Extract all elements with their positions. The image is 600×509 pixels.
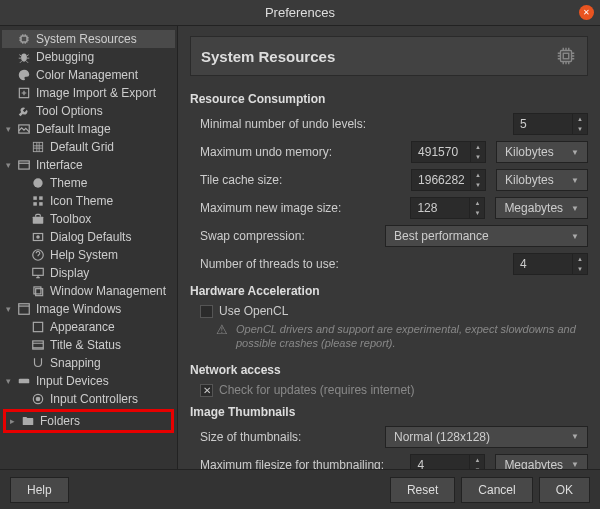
newimg-label: Maximum new image size:	[190, 201, 410, 215]
thumb-size-label: Size of thumbnails:	[190, 430, 385, 444]
tile-label: Tile cache size:	[190, 173, 411, 187]
sidebar-item-display[interactable]: Display	[2, 264, 175, 282]
sidebar-item-interface[interactable]: ▾Interface	[2, 156, 175, 174]
chevron-down-icon: ▼	[571, 232, 579, 241]
section-hw: Hardware Acceleration	[190, 284, 588, 298]
ok-button[interactable]: OK	[539, 477, 590, 503]
sidebar-item-dialog-defaults[interactable]: Dialog Defaults	[2, 228, 175, 246]
svg-point-1	[21, 54, 27, 62]
help-button[interactable]: Help	[10, 477, 69, 503]
snap-icon	[30, 356, 46, 370]
thumb-max-unit-combo[interactable]: Megabytes▼	[495, 454, 588, 469]
sidebar-item-label: Color Management	[36, 68, 138, 82]
sidebar-item-image-windows[interactable]: ▾Image Windows	[2, 300, 175, 318]
import-icon	[16, 86, 32, 100]
updates-checkbox[interactable]: ✕	[200, 384, 213, 397]
collapse-icon[interactable]: ▾	[6, 124, 16, 134]
collapse-icon[interactable]: ▾	[6, 160, 16, 170]
tool-icon	[16, 104, 32, 118]
titlebar: Preferences ✕	[0, 0, 600, 26]
sidebar-item-tool-options[interactable]: Tool Options	[2, 102, 175, 120]
svg-rect-7	[33, 196, 37, 200]
tile-unit-combo[interactable]: Kilobytes▼	[496, 169, 588, 191]
cpu-icon	[16, 32, 32, 46]
sidebar-item-label: Default Image	[36, 122, 111, 136]
sidebar-item-help-system[interactable]: Help System	[2, 246, 175, 264]
sidebar-item-window-management[interactable]: Window Management	[2, 282, 175, 300]
sidebar-item-theme[interactable]: Theme	[2, 174, 175, 192]
opencl-checkbox[interactable]	[200, 305, 213, 318]
newimg-spinner[interactable]: ▲▼	[410, 197, 485, 219]
sidebar-item-appearance[interactable]: Appearance	[2, 318, 175, 336]
toolbox-icon	[30, 212, 46, 226]
cancel-button[interactable]: Cancel	[461, 477, 532, 503]
folder-icon	[20, 414, 36, 428]
svg-rect-5	[19, 161, 30, 169]
threads-spinner[interactable]: ▲▼	[513, 253, 588, 275]
sidebar-item-folders[interactable]: ▸Folders	[6, 412, 171, 430]
sidebar-item-label: Display	[50, 266, 89, 280]
thumb-size-combo[interactable]: Normal (128x128)▼	[385, 426, 588, 448]
sidebar-item-label: Snapping	[50, 356, 101, 370]
sidebar-item-label: System Resources	[36, 32, 137, 46]
opencl-note: OpenCL drivers and support are experimen…	[236, 322, 588, 351]
content-header: System Resources	[190, 36, 588, 76]
svg-point-23	[36, 397, 40, 401]
chevron-down-icon: ▼	[571, 460, 579, 469]
collapse-icon[interactable]: ▾	[6, 304, 16, 314]
sidebar-item-input-devices[interactable]: ▾Input Devices	[2, 372, 175, 390]
svg-point-13	[37, 236, 39, 238]
dialog-icon	[30, 230, 46, 244]
expand-icon[interactable]: ▸	[10, 416, 20, 426]
sidebar-item-system-resources[interactable]: System Resources	[2, 30, 175, 48]
undo-mem-unit-combo[interactable]: Kilobytes▼	[496, 141, 588, 163]
svg-rect-17	[36, 289, 43, 296]
sidebar-item-default-grid[interactable]: Default Grid	[2, 138, 175, 156]
warning-icon: ⚠	[216, 322, 230, 337]
swap-combo[interactable]: Best performance▼	[385, 225, 588, 247]
sidebar-item-label: Toolbox	[50, 212, 91, 226]
svg-rect-25	[563, 53, 569, 59]
thumb-max-spinner[interactable]: ▲▼	[410, 454, 485, 469]
section-thumb: Image Thumbnails	[190, 405, 588, 419]
sidebar-item-title-status[interactable]: Title & Status	[2, 336, 175, 354]
tile-spinner[interactable]: ▲▼	[411, 169, 486, 191]
undo-levels-spinner[interactable]: ▲▼	[513, 113, 588, 135]
collapse-icon[interactable]: ▾	[6, 376, 16, 386]
interface-icon	[16, 158, 32, 172]
svg-rect-8	[39, 196, 43, 200]
chevron-down-icon: ▼	[571, 432, 579, 441]
chevron-down-icon: ▼	[571, 204, 579, 213]
svg-rect-24	[561, 51, 572, 62]
imgwin-icon	[16, 302, 32, 316]
sidebar-item-label: Image Windows	[36, 302, 121, 316]
svg-rect-16	[34, 287, 41, 294]
sidebar-item-input-controllers[interactable]: Input Controllers	[2, 390, 175, 408]
svg-rect-9	[33, 202, 37, 206]
newimg-unit-combo[interactable]: Megabytes▼	[495, 197, 588, 219]
sidebar-item-snapping[interactable]: Snapping	[2, 354, 175, 372]
sidebar-item-label: Title & Status	[50, 338, 121, 352]
chevron-down-icon: ▼	[571, 148, 579, 157]
sidebar-item-debugging[interactable]: Debugging	[2, 48, 175, 66]
reset-button[interactable]: Reset	[390, 477, 455, 503]
sidebar-item-label: Tool Options	[36, 104, 103, 118]
theme-icon	[30, 176, 46, 190]
page-title: System Resources	[201, 48, 335, 65]
sidebar-item-image-import-export[interactable]: Image Import & Export	[2, 84, 175, 102]
chevron-down-icon: ▼	[571, 176, 579, 185]
sidebar-item-label: Help System	[50, 248, 118, 262]
svg-rect-11	[33, 217, 44, 224]
swap-label: Swap compression:	[190, 229, 385, 243]
sidebar-item-toolbox[interactable]: Toolbox	[2, 210, 175, 228]
sidebar-item-color-management[interactable]: Color Management	[2, 66, 175, 84]
sidebar-item-label: Theme	[50, 176, 87, 190]
sidebar-item-icon-theme[interactable]: Icon Theme	[2, 192, 175, 210]
sidebar-item-label: Window Management	[50, 284, 166, 298]
svg-rect-10	[39, 202, 43, 206]
sidebar-item-default-image[interactable]: ▾Default Image	[2, 120, 175, 138]
undo-mem-spinner[interactable]: ▲▼	[411, 141, 486, 163]
svg-rect-0	[21, 36, 27, 42]
close-icon[interactable]: ✕	[579, 5, 594, 20]
svg-point-6	[33, 178, 42, 187]
